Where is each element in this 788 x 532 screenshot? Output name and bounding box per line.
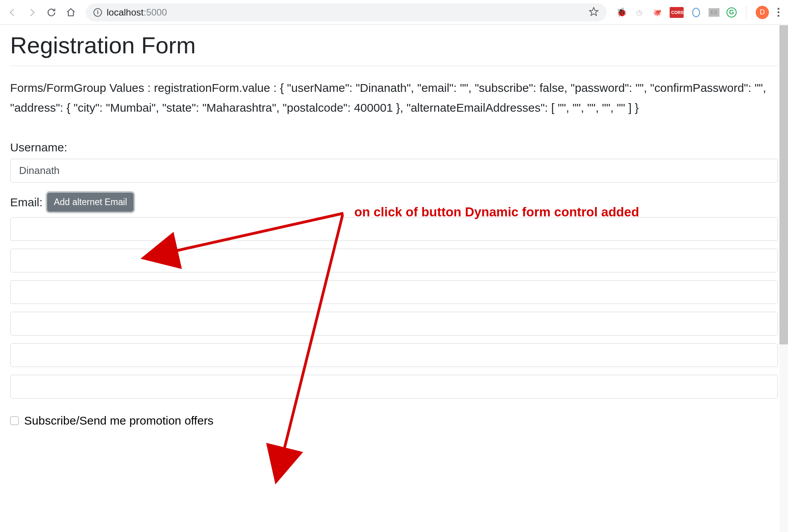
- alternate-email-input[interactable]: [10, 280, 778, 304]
- back-button[interactable]: [7, 7, 18, 18]
- alternate-email-input[interactable]: [10, 343, 778, 367]
- svg-marker-0: [589, 7, 598, 16]
- nav-icons: [7, 7, 76, 18]
- form-values-prefix: Forms/FormGroup Values : registrationFor…: [10, 81, 280, 94]
- page-scrollbar[interactable]: [779, 25, 788, 532]
- subscribe-checkbox[interactable]: [10, 416, 19, 425]
- address-bar[interactable]: i localhost:5000: [86, 4, 607, 21]
- url-port: :5000: [144, 7, 167, 18]
- extension-es-icon[interactable]: ES: [709, 8, 719, 17]
- username-label: Username:: [10, 141, 778, 154]
- site-info-icon[interactable]: i: [93, 8, 102, 17]
- divider: [10, 66, 778, 66]
- page-scrollbar-thumb[interactable]: [779, 25, 788, 344]
- url-host: localhost: [107, 7, 144, 18]
- browser-menu-button[interactable]: [776, 6, 781, 18]
- alternate-email-input[interactable]: [10, 312, 778, 335]
- page-title: Registration Form: [10, 32, 778, 59]
- email-row: Email: Add alternet Email: [10, 193, 778, 212]
- extension-grammarly-icon[interactable]: G: [726, 7, 737, 18]
- toolbar-separator: [746, 6, 746, 19]
- add-alternate-email-button[interactable]: Add alternet Email: [47, 193, 134, 212]
- svg-point-1: [693, 8, 700, 17]
- alternate-email-input[interactable]: [10, 249, 778, 272]
- username-input[interactable]: [10, 159, 778, 183]
- subscribe-row: Subscribe/Send me promotion offers: [10, 414, 778, 427]
- email-label: Email:: [10, 196, 42, 209]
- form-values-dump: Forms/FormGroup Values : registrationFor…: [10, 78, 778, 118]
- browser-toolbar: i localhost:5000 🐞 ◷ 🐙 CORS ES G D: [0, 0, 788, 25]
- alternate-email-input[interactable]: [10, 217, 778, 241]
- extension-redux-icon[interactable]: 🐞: [616, 7, 627, 18]
- alternate-email-list: [10, 217, 778, 406]
- page-content: Registration Form Forms/FormGroup Values…: [0, 25, 788, 434]
- bookmark-star-icon[interactable]: [589, 7, 599, 18]
- extension-icons: 🐞 ◷ 🐙 CORS ES G D: [616, 6, 781, 19]
- extension-cors-icon[interactable]: CORS: [670, 7, 684, 18]
- url-text: localhost:5000: [107, 7, 167, 18]
- reload-button[interactable]: [46, 7, 57, 18]
- alternate-email-input[interactable]: [10, 375, 778, 399]
- extension-octocat-icon[interactable]: 🐙: [652, 7, 663, 18]
- extension-clock-icon[interactable]: ◷: [634, 7, 645, 18]
- profile-avatar[interactable]: D: [756, 6, 769, 19]
- subscribe-label: Subscribe/Send me promotion offers: [24, 414, 213, 427]
- home-button[interactable]: [65, 7, 76, 18]
- forward-button[interactable]: [26, 7, 37, 18]
- extension-opera-icon[interactable]: [691, 7, 702, 18]
